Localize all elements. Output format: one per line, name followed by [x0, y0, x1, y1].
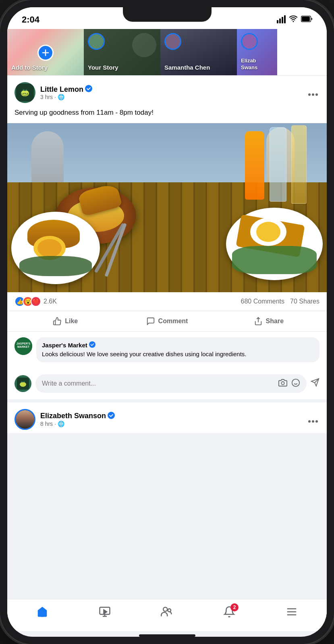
comment-text: Looks delicious! We love seeing your cre…: [42, 350, 314, 358]
reaction-count: 2.6K: [44, 298, 57, 305]
svg-point-7: [85, 85, 92, 92]
svg-point-32: [164, 607, 168, 611]
reaction-emojis: 👍 😮 ❤️ 2.6K: [15, 296, 57, 307]
post2-time: 8 hrs · 🌐: [40, 421, 302, 427]
svg-marker-31: [104, 610, 107, 614]
signal-icon: [277, 16, 286, 23]
post2-privacy-icon: 🌐: [58, 421, 64, 427]
status-icons: [277, 15, 312, 25]
post2-avatar[interactable]: [15, 409, 35, 430]
svg-point-15: [89, 341, 95, 348]
little-lemon-logo: LITTLE LEMON: [16, 84, 34, 101]
action-bar: Like Comment Share: [7, 311, 327, 332]
status-time: 2:04: [22, 14, 39, 25]
nav-home[interactable]: [11, 599, 74, 627]
comment-button[interactable]: Comment: [116, 313, 218, 330]
wifi-icon: [289, 15, 298, 25]
story-add-to-story[interactable]: Add to Story: [7, 29, 84, 75]
heart-emoji: ❤️: [31, 296, 41, 307]
more-options-button[interactable]: [307, 85, 319, 100]
svg-text:LEMON: LEMON: [22, 95, 28, 97]
post-avatar-little-lemon[interactable]: LITTLE LEMON: [15, 82, 35, 103]
story-your-avatar: [88, 33, 105, 50]
comment-input-avatar: [15, 375, 31, 392]
stories-section: Add to Story Your Story Samantha Chen: [7, 29, 327, 76]
phone-frame: 2:04: [0, 0, 334, 644]
privacy-icon: 🌐: [58, 94, 64, 100]
send-button[interactable]: [311, 378, 319, 389]
post-elizabeth-swanson: Elizabeth Swanson 8 hrs · 🌐: [7, 402, 327, 433]
screen: 2:04: [7, 7, 327, 637]
svg-text:MARKET: MARKET: [17, 345, 30, 348]
shares-stat[interactable]: 70 Shares: [290, 298, 319, 305]
comment-input-field[interactable]: [42, 380, 274, 387]
svg-point-9: [312, 93, 314, 96]
verified-badge: [85, 85, 92, 94]
comment-item: JASPER'S MARKET Jasper's Market: [15, 337, 319, 362]
comment-bubble: Jasper's Market Looks delicious! We love…: [36, 337, 319, 362]
story-samantha-chen[interactable]: Samantha Chen: [160, 29, 237, 75]
camera-icon[interactable]: [278, 378, 287, 389]
post-time: 3 hrs · 🌐: [40, 94, 302, 100]
svg-point-24: [108, 412, 115, 419]
nav-watch[interactable]: [74, 599, 136, 627]
svg-point-10: [315, 93, 318, 96]
comment-verified: [89, 341, 95, 349]
post-header: LITTLE LEMON Little Lemon: [7, 76, 327, 106]
post2-meta: Elizabeth Swanson 8 hrs · 🌐: [40, 412, 302, 427]
post2-verified: [108, 412, 115, 421]
post-name: Little Lemon: [40, 85, 302, 94]
emoji-stack: 👍 😮 ❤️: [15, 296, 41, 307]
home-icon: [36, 606, 48, 621]
post-little-lemon: LITTLE LEMON Little Lemon: [7, 76, 327, 399]
post-image: [7, 123, 327, 292]
post-meta: Little Lemon 3 hrs · 🌐: [40, 85, 302, 100]
svg-point-8: [308, 93, 311, 96]
comment-input-icons: [278, 378, 300, 389]
svg-point-18: [281, 382, 284, 384]
comment-author: Jasper's Market: [42, 341, 314, 349]
story-your-label: Your Story: [88, 64, 156, 72]
nav-notifications[interactable]: 2: [198, 599, 261, 627]
svg-point-26: [312, 420, 314, 423]
share-label: Share: [266, 318, 284, 325]
svg-point-19: [292, 379, 299, 386]
reactions-bar: 👍 😮 ❤️ 2.6K 680 Comments 70 Shares: [7, 292, 327, 311]
notch: [123, 7, 212, 22]
story-add-icon: [37, 45, 54, 61]
comment-avatar-jaspers[interactable]: JASPER'S MARKET: [15, 337, 32, 355]
groups-icon: [161, 606, 173, 621]
svg-point-27: [315, 420, 318, 423]
comment-input-row: [7, 371, 327, 399]
svg-text:JASPER'S: JASPER'S: [17, 342, 31, 345]
story-your-story[interactable]: Your Story: [84, 29, 160, 75]
home-indicator: [139, 634, 195, 637]
post2-header: Elizabeth Swanson 8 hrs · 🌐: [7, 402, 327, 433]
comments-section: JASPER'S MARKET Jasper's Market: [7, 332, 327, 371]
like-button[interactable]: Like: [15, 313, 116, 330]
menu-icon: [286, 606, 298, 621]
story-add-label: Add to Story: [11, 64, 80, 72]
emoji-icon[interactable]: [291, 378, 300, 389]
post2-name: Elizabeth Swanson: [40, 412, 302, 421]
nav-menu[interactable]: [260, 599, 323, 627]
post-text: Serving up goodness from 11am - 8pm toda…: [7, 106, 327, 123]
story-elizabeth-swanson[interactable]: ElizabSwans: [237, 29, 277, 75]
feed: LITTLE LEMON Little Lemon: [7, 76, 327, 599]
post2-more-options[interactable]: [307, 412, 319, 427]
story-samantha-avatar: [164, 33, 181, 50]
svg-point-25: [308, 420, 311, 423]
svg-point-17: [20, 382, 26, 387]
nav-groups[interactable]: [136, 599, 198, 627]
story-elizabeth-avatar: [241, 33, 258, 50]
engagement-stats: 680 Comments 70 Shares: [241, 298, 319, 305]
like-label: Like: [65, 318, 78, 325]
comment-input-wrapper[interactable]: [35, 374, 307, 393]
comments-stat[interactable]: 680 Comments: [241, 298, 285, 305]
story-samantha-label: Samantha Chen: [164, 64, 233, 72]
svg-rect-1: [302, 17, 310, 21]
share-button[interactable]: Share: [218, 313, 319, 330]
notification-badge-wrapper: 2: [223, 606, 235, 621]
comment-label: Comment: [158, 318, 188, 325]
battery-icon: [301, 16, 312, 24]
